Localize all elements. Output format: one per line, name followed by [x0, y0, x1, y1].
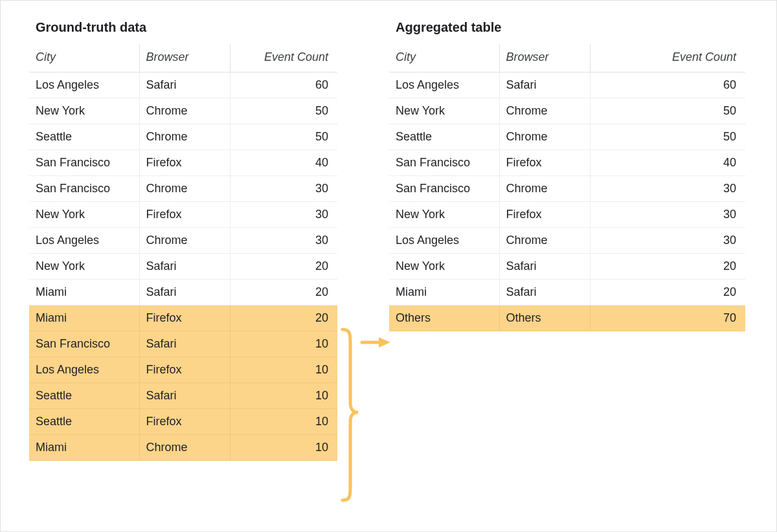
cell-count: 10 [230, 331, 337, 357]
cell-browser: Firefox [499, 150, 590, 176]
table-row: MiamiSafari20 [389, 280, 745, 305]
cell-count: 20 [590, 254, 745, 280]
cell-city: New York [29, 202, 139, 228]
cell-city: New York [389, 202, 499, 228]
col-browser: Browser [139, 44, 230, 72]
table-row: OthersOthers70 [389, 305, 745, 331]
cell-browser: Chrome [499, 176, 590, 202]
table-row: San FranciscoChrome30 [29, 176, 337, 202]
cell-city: Seattle [29, 124, 139, 150]
cell-city: New York [389, 254, 499, 280]
cell-count: 60 [590, 72, 745, 98]
cell-count: 40 [230, 150, 337, 176]
cell-city: New York [29, 254, 139, 280]
cell-browser: Firefox [139, 202, 230, 228]
col-city: City [389, 44, 499, 72]
cell-city: Miami [29, 435, 139, 461]
table-row: New YorkChrome50 [389, 98, 745, 124]
table-row: San FranciscoFirefox40 [29, 150, 337, 176]
cell-count: 30 [230, 202, 337, 228]
table-row: San FranciscoSafari10 [29, 331, 337, 357]
aggregated-panel: Aggregated table City Browser Event Coun… [389, 19, 745, 331]
cell-count: 10 [230, 435, 337, 461]
aggregated-title: Aggregated table [389, 19, 745, 44]
ground-truth-title: Ground-truth data [29, 19, 337, 44]
cell-count: 20 [230, 305, 337, 331]
cell-count: 40 [590, 150, 745, 176]
cell-browser: Safari [499, 72, 590, 98]
table-header-row: City Browser Event Count [29, 44, 337, 72]
table-row: San FranciscoChrome30 [389, 176, 745, 202]
cell-browser: Chrome [139, 176, 230, 202]
cell-city: New York [389, 98, 499, 124]
cell-count: 10 [230, 409, 337, 435]
cell-count: 10 [230, 357, 337, 383]
table-row: SeattleFirefox10 [29, 409, 337, 435]
cell-count: 50 [230, 98, 337, 124]
svg-marker-1 [379, 337, 390, 348]
cell-city: Others [389, 305, 499, 331]
cell-city: San Francisco [389, 150, 499, 176]
cell-count: 20 [230, 280, 337, 305]
cell-count: 50 [230, 124, 337, 150]
table-row: SeattleSafari10 [29, 383, 337, 409]
col-browser: Browser [499, 44, 590, 72]
col-count: Event Count [230, 44, 337, 72]
table-row: Los AngelesFirefox10 [29, 357, 337, 383]
cell-city: Los Angeles [29, 228, 139, 254]
table-row: SeattleChrome50 [29, 124, 337, 150]
aggregation-arrow-icon [340, 328, 390, 503]
cell-count: 30 [590, 228, 745, 254]
cell-city: San Francisco [29, 150, 139, 176]
cell-city: Los Angeles [389, 228, 499, 254]
cell-count: 10 [230, 383, 337, 409]
cell-count: 50 [590, 124, 745, 150]
cell-count: 30 [590, 202, 745, 228]
cell-city: Miami [389, 280, 499, 305]
table-row: Los AngelesChrome30 [29, 228, 337, 254]
cell-browser: Chrome [499, 98, 590, 124]
cell-city: Seattle [29, 409, 139, 435]
cell-browser: Firefox [139, 150, 230, 176]
cell-browser: Chrome [139, 124, 230, 150]
cell-browser: Safari [139, 331, 230, 357]
cell-city: Miami [29, 305, 139, 331]
table-row: SeattleChrome50 [389, 124, 745, 150]
cell-browser: Safari [499, 280, 590, 305]
ground-truth-panel: Ground-truth data City Browser Event Cou… [29, 19, 337, 461]
table-row: New YorkFirefox30 [29, 202, 337, 228]
cell-city: San Francisco [29, 331, 139, 357]
table-row: New YorkChrome50 [29, 98, 337, 124]
diagram-canvas: Ground-truth data City Browser Event Cou… [0, 0, 777, 532]
ground-truth-table: City Browser Event Count Los AngelesSafa… [29, 44, 337, 461]
table-row: New YorkFirefox30 [389, 202, 745, 228]
cell-count: 70 [590, 305, 745, 331]
cell-city: New York [29, 98, 139, 124]
cell-browser: Chrome [499, 124, 590, 150]
cell-city: San Francisco [29, 176, 139, 202]
cell-browser: Chrome [139, 98, 230, 124]
table-row: New YorkSafari20 [389, 254, 745, 280]
cell-count: 30 [590, 176, 745, 202]
cell-city: Seattle [29, 383, 139, 409]
aggregated-table: City Browser Event Count Los AngelesSafa… [389, 44, 745, 331]
cell-browser: Safari [139, 72, 230, 98]
cell-count: 20 [230, 254, 337, 280]
cell-browser: Safari [499, 254, 590, 280]
cell-city: Los Angeles [29, 72, 139, 98]
cell-city: Los Angeles [389, 72, 499, 98]
cell-count: 50 [590, 98, 745, 124]
table-row: Los AngelesSafari60 [389, 72, 745, 98]
cell-browser: Firefox [139, 305, 230, 331]
cell-browser: Safari [139, 280, 230, 305]
cell-city: San Francisco [389, 176, 499, 202]
table-row: MiamiSafari20 [29, 280, 337, 305]
table-row: Los AngelesChrome30 [389, 228, 745, 254]
cell-count: 20 [590, 280, 745, 305]
table-row: MiamiFirefox20 [29, 305, 337, 331]
cell-browser: Chrome [139, 435, 230, 461]
col-city: City [29, 44, 139, 72]
table-row: New YorkSafari20 [29, 254, 337, 280]
table-header-row: City Browser Event Count [389, 44, 745, 72]
cell-city: Miami [29, 280, 139, 305]
